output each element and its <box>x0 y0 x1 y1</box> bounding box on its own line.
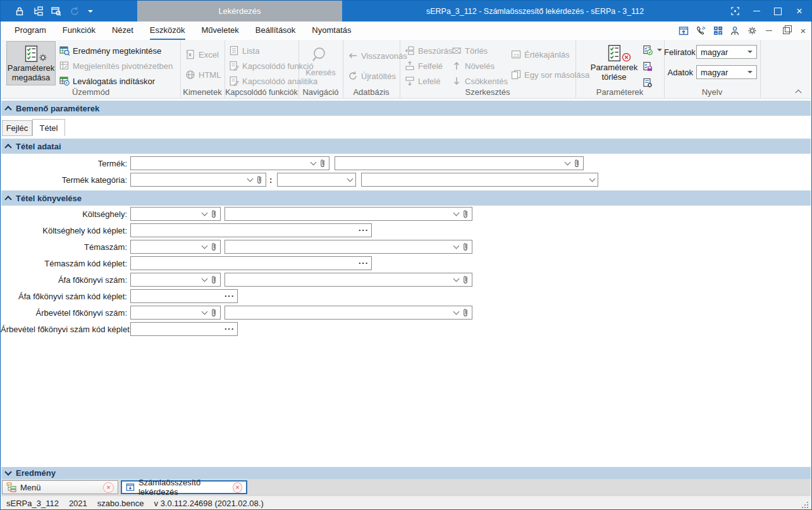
close-tab-icon[interactable]: × <box>103 482 114 493</box>
ellipsis-button[interactable]: ··· <box>225 293 235 299</box>
paperclip-icon[interactable] <box>256 175 262 185</box>
close-tab-icon[interactable]: × <box>233 482 242 493</box>
window-search-icon[interactable] <box>51 6 61 16</box>
lock-icon[interactable] <box>15 6 25 16</box>
afa-fokonyvi-szam-combo-2[interactable] <box>225 273 472 287</box>
mdi-restore-button[interactable] <box>780 25 792 37</box>
task-tab-szamlaosszesito[interactable]: Számlaösszesítő lekérdezés × <box>121 480 247 494</box>
arbevetel-kod-keplet-input[interactable]: ··· <box>130 322 238 336</box>
phone-icon[interactable] <box>695 25 706 37</box>
parameterek-megadasa-button[interactable]: Paraméterek megadása <box>6 41 56 85</box>
ellipsis-button[interactable]: ··· <box>359 227 369 233</box>
paperclip-icon[interactable] <box>319 158 326 168</box>
qat-dropdown-icon[interactable] <box>88 10 93 13</box>
refresh-icon[interactable] <box>70 6 80 16</box>
ellipsis-button[interactable]: ··· <box>359 260 369 266</box>
section-eredmeny[interactable]: Eredmény <box>1 467 811 479</box>
group-label-navigacio: Navigáció <box>298 87 343 97</box>
task-tab-menu[interactable]: Menü × <box>2 480 118 494</box>
afa-kod-keplet-input[interactable]: ··· <box>130 289 238 303</box>
resize-grip[interactable] <box>802 502 808 508</box>
menu-funkciok[interactable]: Funkciók <box>54 22 104 40</box>
afa-fokonyvi-szam-label: Áfa főkönyvi szám: <box>1 275 127 285</box>
menu-eszkozok[interactable]: Eszközök <box>142 22 194 40</box>
chevron-down-icon <box>453 243 460 249</box>
chevron-down-icon <box>347 176 354 182</box>
chevron-down-icon <box>202 309 208 315</box>
afa-fokonyvi-szam-combo-1[interactable] <box>130 273 221 287</box>
chevron-down-icon <box>589 176 596 182</box>
status-year: 2021 <box>69 499 87 508</box>
ribbon-group-navigacio: Keresés Navigáció <box>298 40 343 98</box>
maximize-button[interactable] <box>767 1 789 22</box>
section-tetel-konyvelese[interactable]: Tétel könyvelése <box>1 190 811 206</box>
koltseghely-kod-keplet-input[interactable]: ··· <box>130 223 372 237</box>
calculator-grid-icon[interactable] <box>712 25 723 37</box>
levalogatas-inditaskor-button[interactable]: Leválogatás indításkor <box>59 74 155 88</box>
menu-program[interactable]: Program <box>6 22 54 40</box>
temaszam-kod-keplet-label: Témaszám kód képlet: <box>1 259 127 268</box>
adatok-select[interactable]: magyar <box>696 65 757 79</box>
checklist-icon <box>605 44 624 63</box>
feliratok-select[interactable]: magyar <box>696 45 757 59</box>
koltseghely-combo-2[interactable] <box>225 207 472 221</box>
menu-muveletek[interactable]: Műveletek <box>194 22 247 40</box>
document-tab[interactable]: Lekérdezés <box>137 1 342 22</box>
termek-kategoria-combo-1[interactable] <box>130 173 266 187</box>
group-label-uzemmod: Üzemmód <box>1 87 180 97</box>
temaszam-combo-1[interactable] <box>130 240 221 254</box>
parameterek-mentese-button[interactable] <box>643 59 653 73</box>
paperclip-icon[interactable] <box>462 275 469 285</box>
termek-kategoria-combo-2[interactable] <box>277 173 356 187</box>
eredmeny-megtekintese-button[interactable]: Eredmény megtekintése <box>59 44 161 58</box>
paperclip-icon[interactable] <box>211 308 217 318</box>
mdi-toolbar: × <box>678 22 809 40</box>
paperclip-icon[interactable] <box>574 158 580 168</box>
section-bemeno-parameterek[interactable]: Bemenő paraméterek <box>1 101 811 116</box>
group-label-parameterek: Paraméterek <box>575 87 664 97</box>
paperclip-icon[interactable] <box>462 209 469 219</box>
parameterek-betoltese-button[interactable] <box>643 43 662 57</box>
temaszam-combo-2[interactable] <box>225 240 472 254</box>
close-button[interactable]: × <box>789 1 810 22</box>
tab-tetel[interactable]: Tétel <box>32 119 65 136</box>
mdi-close-button[interactable]: × <box>797 25 809 37</box>
ribbon-collapse-icon[interactable] <box>796 87 802 93</box>
tab-fejlec[interactable]: Fejléc <box>2 120 32 136</box>
menu-nyomtatas[interactable]: Nyomtatás <box>304 22 359 40</box>
checklist-save-icon <box>643 61 653 72</box>
chevron-down-icon[interactable] <box>657 49 662 51</box>
parameterek-torlese-button[interactable]: Paraméterek törlése <box>587 41 641 84</box>
paperclip-icon[interactable] <box>211 242 217 252</box>
popout-window-icon[interactable] <box>678 25 689 37</box>
mdi-minimize-button[interactable] <box>763 25 775 37</box>
settings-gear-icon[interactable] <box>746 25 758 37</box>
collapse-up-icon <box>4 196 11 202</box>
chevron-down-icon <box>453 210 460 216</box>
paperclip-icon[interactable] <box>462 308 469 318</box>
user-icon[interactable] <box>729 25 741 37</box>
arbevetel-fokonyvi-szam-label: Árbevétel főkönyvi szám: <box>1 308 127 318</box>
section-tetel-adatai[interactable]: Tétel adatai <box>1 139 811 154</box>
termek-kategoria-combo-3[interactable] <box>361 173 598 187</box>
paperclip-icon[interactable] <box>462 242 469 252</box>
temaszam-kod-keplet-input[interactable]: ··· <box>130 256 372 270</box>
menu-tree-icon[interactable] <box>33 6 43 16</box>
focus-mode-icon[interactable] <box>724 1 746 22</box>
paperclip-icon[interactable] <box>211 275 217 285</box>
menu-beallitasok[interactable]: Beállítások <box>247 22 304 40</box>
arbevetel-fokonyvi-szam-combo-2[interactable] <box>225 306 472 320</box>
undo-arrow-icon <box>348 51 358 61</box>
minimize-button[interactable] <box>746 1 767 22</box>
paperclip-icon[interactable] <box>211 209 217 219</box>
ujratoltes-button: Újratöltés <box>348 69 396 83</box>
termek-combo-2[interactable] <box>335 156 584 170</box>
noveles-button: Növelés <box>452 59 495 73</box>
checklist-gear-icon <box>22 44 40 63</box>
arbevetel-fokonyvi-szam-combo-1[interactable] <box>130 306 221 320</box>
globe-icon <box>185 70 195 80</box>
koltseghely-combo-1[interactable] <box>130 207 221 221</box>
ellipsis-button[interactable]: ··· <box>225 326 235 332</box>
termek-combo-1[interactable] <box>130 156 329 170</box>
menu-nezet[interactable]: Nézet <box>104 22 142 40</box>
